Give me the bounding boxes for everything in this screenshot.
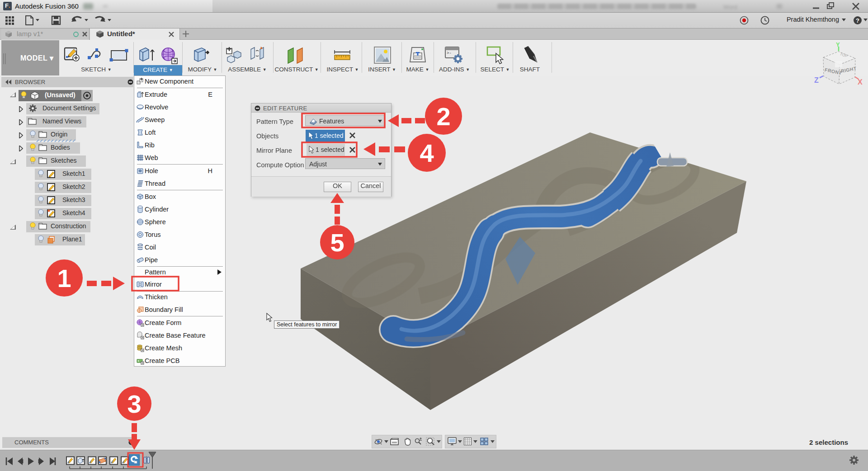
svg-text:2: 2 bbox=[436, 102, 450, 131]
svg-text:1: 1 bbox=[57, 264, 71, 292]
svg-text:3: 3 bbox=[127, 390, 141, 418]
svg-text:4: 4 bbox=[420, 139, 434, 167]
svg-text:5: 5 bbox=[330, 228, 344, 257]
